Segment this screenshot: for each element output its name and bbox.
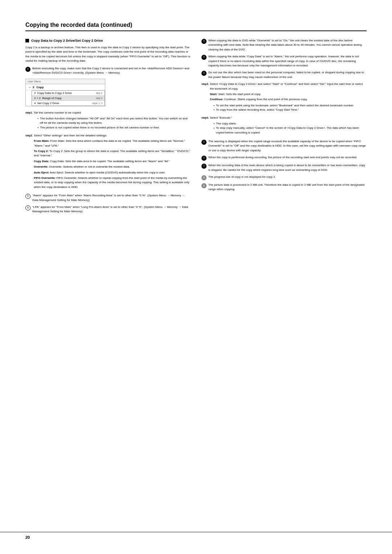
note-recording-during: ! When the copy is performed during reco…: [201, 155, 367, 161]
submenu-row-2: 1 + 2 Range of Copy step 3: [32, 96, 105, 101]
step2-auto-eject: Auto Eject: Auto Eject: Selects whether …: [34, 171, 191, 175]
submenu-text-2: Range of Copy: [42, 97, 61, 100]
submenu-num-1: 2: [34, 91, 36, 95]
note-text-r8: The picture data is processed in 2 MB un…: [208, 183, 367, 192]
step1-block: step1. Set the camera number to be copie…: [25, 111, 191, 131]
note-icon-1: !: [25, 67, 30, 72]
step4-intro: Select "Execute.": [210, 116, 367, 120]
page-title: Copying the recorded data (continued): [25, 22, 367, 31]
submenu-step-2: step 3: [96, 97, 102, 99]
menu-container: User Menu → 2 Copy 2 Copy Data to Copy 2…: [25, 79, 191, 106]
note-block-1: ! Before executing the copy, make sure t…: [25, 66, 191, 75]
page: Copying the recorded data (continued) Co…: [0, 0, 392, 554]
note-overwrite-dvd: ! When copying the data to DVD while "Ov…: [201, 38, 367, 52]
step3-block: step3. Select <Copy Data to Copy 2 Drive…: [201, 82, 367, 114]
note-warning-capacity: ! The warning is displayed when the copi…: [201, 139, 367, 153]
menu-submenu: 2 Copy Data to Copy 2 Drive step 4 1 + 2…: [32, 90, 105, 106]
step2-fifo: FIFO Overwrite: FIFO Overwrite: Selects …: [34, 176, 191, 189]
step2-to-copy2: To Copy 2: To Copy 2: Sets the group to …: [34, 149, 191, 158]
note-text-2: "Alarm" appears for "From Main" when "Al…: [32, 193, 191, 202]
note-block-2: i "Alarm" appears for "From Main" when "…: [25, 193, 191, 202]
note-icon-r3: !: [201, 71, 207, 76]
step1-bullet-2: • The picture is not copied when there i…: [37, 126, 191, 130]
bullet-dot: •: [37, 116, 38, 126]
step1-intro: Set the camera number to be copied.: [34, 111, 191, 115]
note-text-r1: When copying the data to DVD while "Over…: [208, 38, 367, 52]
note-text-r7: The progress bar of copy is not displaye…: [208, 175, 367, 180]
note-icon-r4: !: [201, 140, 207, 145]
section-header: Copy Data to Copy 2 Drive/Set Copy 2 Dri…: [25, 38, 191, 42]
step3-bullet-2: • To copy from the oldest recording time…: [213, 108, 367, 112]
bullet-dot-4: •: [213, 108, 215, 112]
step4-content: Select "Execute." • The copy starts. • T…: [210, 116, 367, 136]
step3-bullets: • To set the start point using the bookm…: [213, 103, 367, 112]
bullet-dot-3: •: [213, 103, 215, 108]
submenu-row-1: 2 Copy Data to Copy 2 Drive step 4: [32, 91, 105, 96]
note-text-r4: The warning is displayed when the copied…: [208, 139, 367, 153]
step2-label: step2.: [25, 134, 33, 138]
menu-number: 2: [33, 86, 34, 89]
menu-main-row: → 2 Copy: [26, 84, 105, 90]
bullet-dot-2: •: [37, 126, 38, 130]
submenu-num-3: 4: [34, 102, 36, 105]
right-notes: ! The warning is displayed when the copi…: [201, 139, 367, 192]
note-disc-warning: ! Do not use the disc which has been use…: [201, 70, 367, 79]
note-icon-r1: !: [201, 39, 207, 44]
note-icon-r8: C: [201, 183, 207, 188]
note-2mb: C The picture data is processed in 2 MB …: [201, 183, 367, 192]
submenu-num-2: 1 + 2: [34, 97, 41, 100]
step1-bullet-1: • The button function changes between "A…: [37, 116, 191, 126]
step4-label: step4.: [201, 116, 209, 120]
submenu-row-3: 4 Set Copy 2 Drive steps 1, 2: [32, 101, 105, 106]
submenu-step-1: step 4: [96, 92, 102, 94]
note-text-r2: When copying the data while "Copy Data" …: [208, 54, 367, 68]
step4-bullets: • The copy starts. • To stop copy manual…: [213, 122, 367, 135]
note-overwritten: ! When the recording data of the main de…: [201, 163, 367, 172]
page-number: 20: [25, 535, 30, 539]
note-icon-2: i: [25, 194, 30, 199]
step2-overwrite: Overwrite: Overwrite: Selects whether or…: [34, 165, 191, 169]
section-icon: [25, 39, 29, 42]
step3-start: Start: Start: Sets the start point of co…: [210, 92, 367, 97]
intro-text: Copy 2 is a backup or archive feature. T…: [25, 45, 191, 63]
left-column: Copy Data to Copy 2 Drive/Set Copy 2 Dri…: [25, 38, 191, 217]
note-icon-r7: C: [201, 175, 207, 180]
note-alarm-copy: ! When copying the data while "Copy Data…: [201, 54, 367, 68]
menu-arrow: →: [28, 85, 31, 89]
step3-intro: Select <Copy Data to Copy 2 Drive> and s…: [210, 82, 367, 91]
bottom-rule: [0, 532, 392, 532]
step2-intro: Select "Other settings" and then set the…: [34, 134, 191, 138]
note-icon-r2: !: [201, 55, 207, 60]
note-progress: C The progress bar of copy is not displa…: [201, 175, 367, 180]
step4-bullet-2: • To stop copy manually, select "Cancel"…: [213, 126, 367, 135]
step3-label: step3.: [201, 82, 209, 86]
step2-content: Select "Other settings" and then set the…: [34, 134, 191, 191]
step2-from-main: From Main: From Main: Sets the area whic…: [34, 139, 191, 148]
step3-content: Select <Copy Data to Copy 2 Drive> and s…: [210, 82, 367, 114]
main-content: Copy Data to Copy 2 Drive/Set Copy 2 Dri…: [25, 38, 367, 217]
submenu-text-1: Copy Data to Copy 2 Drive: [37, 91, 72, 95]
note-text-r3: Do not use the disc which has been used …: [208, 70, 367, 79]
step3-bullet-1: • To set the start point using the bookm…: [213, 103, 367, 108]
menu-copy-label: Copy: [36, 86, 44, 89]
step2-block: step2. Select "Other settings" and then …: [25, 134, 191, 191]
right-column: ! When copying the data to DVD while "Ov…: [201, 38, 367, 217]
note-text-3: "LPA" appears for "From Main" when "Long…: [32, 205, 191, 214]
step2-copy-data: Copy Data: Copy Data: Sets the data area…: [34, 159, 191, 164]
step4-bullet-1: • The copy starts.: [213, 122, 367, 126]
menu-user-label: User Menu: [26, 79, 105, 84]
submenu-step-3: steps 1, 2: [92, 102, 102, 104]
step1-bullets: • The button function changes between "A…: [37, 116, 191, 130]
note-icon-r5: !: [201, 156, 207, 161]
submenu-text-3: Set Copy 2 Drive: [37, 102, 59, 105]
bullet-dot-6: •: [213, 126, 215, 135]
step3-continue: Continue: Continue: Starts copying from …: [210, 97, 367, 102]
note-text-r6: When the recording data of the main devi…: [208, 163, 367, 172]
note-icon-r6: !: [201, 164, 207, 169]
step1-content: Set the camera number to be copied. • Th…: [34, 111, 191, 131]
bullet-dot-5: •: [213, 122, 215, 126]
note-text-r5: When the copy is performed during record…: [208, 155, 367, 161]
note-icon-3: i: [25, 205, 30, 210]
step4-block: step4. Select "Execute." • The copy star…: [201, 116, 367, 136]
step1-label: step1.: [25, 111, 33, 115]
